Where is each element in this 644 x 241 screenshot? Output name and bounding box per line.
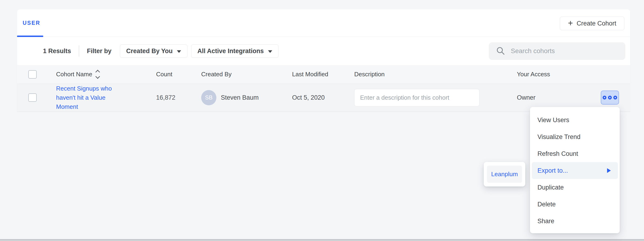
avatar: SB	[201, 90, 216, 105]
column-header-cohort-name[interactable]: Cohort Name	[56, 65, 117, 84]
menu-item-export-to[interactable]: Export to...	[532, 162, 618, 179]
search-box[interactable]	[489, 42, 625, 60]
filter-by-label: Filter by	[87, 48, 112, 55]
integrations-dropdown-label: All Active Integrations	[198, 48, 264, 55]
filter-bar: 1 Results Filter by Created By You All A…	[17, 37, 630, 65]
search-icon	[496, 46, 506, 56]
menu-item-label: View Users	[538, 117, 569, 124]
tab-user-label: USER	[23, 20, 40, 26]
submenu-item-leanplum[interactable]: Leanplum	[487, 166, 522, 183]
cohorts-panel: USER + Create Cohort 1 Results Filter by…	[17, 9, 630, 112]
integrations-dropdown[interactable]: All Active Integrations	[191, 45, 278, 58]
caret-down-icon	[177, 50, 181, 53]
search-input[interactable]	[511, 47, 620, 55]
create-cohort-button[interactable]: + Create Cohort	[560, 17, 624, 30]
column-header-created-by[interactable]: Created By	[201, 65, 232, 84]
menu-item-label: Share	[538, 218, 554, 225]
menu-item-label: Visualize Trend	[538, 133, 580, 141]
arrow-right-icon	[607, 168, 611, 173]
column-header-last-modified[interactable]: Last Modified	[292, 65, 328, 84]
column-label: Description	[354, 71, 384, 78]
table-header: Cohort Name Count Created By Last Modifi…	[17, 65, 630, 84]
menu-item-delete[interactable]: Delete	[532, 196, 618, 213]
row-context-menu: View Users Visualize Trend Refresh Count…	[530, 107, 620, 233]
tab-user[interactable]: USER	[23, 9, 40, 37]
more-actions-button[interactable]	[601, 91, 619, 105]
menu-item-label: Duplicate	[538, 184, 564, 191]
column-label: Last Modified	[292, 71, 328, 78]
cohort-name-link[interactable]: Recent Signups who haven't hit a Value M…	[56, 84, 117, 111]
menu-item-view-users[interactable]: View Users	[532, 112, 618, 128]
menu-item-duplicate[interactable]: Duplicate	[532, 179, 618, 196]
created-by-dropdown-label: Created By You	[126, 48, 173, 55]
tabs-band: USER + Create Cohort	[17, 9, 630, 37]
column-label: Count	[156, 71, 172, 78]
menu-item-label: Delete	[538, 201, 556, 208]
horizontal-scrollbar[interactable]	[0, 239, 644, 241]
results-count: 1 Results	[43, 48, 71, 55]
last-modified-date: Oct 5, 2020	[292, 94, 325, 101]
sort-icon[interactable]	[96, 70, 99, 78]
access-level: Owner	[517, 94, 536, 101]
caret-down-icon	[268, 50, 272, 53]
menu-item-share[interactable]: Share	[532, 213, 618, 229]
more-horizontal-icon	[603, 96, 606, 99]
row-checkbox[interactable]	[28, 93, 37, 102]
divider	[79, 45, 79, 57]
column-header-your-access[interactable]: Your Access	[517, 65, 550, 84]
plus-icon: +	[568, 19, 573, 27]
menu-item-label: Refresh Count	[538, 150, 578, 157]
created-by-name: Steven Baum	[221, 94, 259, 101]
cohort-count: 16,872	[156, 94, 176, 101]
column-header-description[interactable]: Description	[354, 65, 384, 84]
menu-item-visualize-trend[interactable]: Visualize Trend	[532, 128, 618, 145]
create-cohort-label: Create Cohort	[577, 20, 616, 27]
description-input[interactable]	[354, 89, 480, 106]
created-by-dropdown[interactable]: Created By You	[120, 45, 188, 58]
menu-item-refresh-count[interactable]: Refresh Count	[532, 145, 618, 162]
menu-item-label: Export to...	[538, 167, 568, 174]
select-all-checkbox[interactable]	[28, 70, 37, 79]
column-header-count[interactable]: Count	[156, 65, 172, 84]
column-label: Your Access	[517, 71, 550, 78]
submenu-item-label: Leanplum	[491, 171, 518, 178]
export-submenu: Leanplum	[484, 162, 525, 186]
column-label: Created By	[201, 71, 232, 78]
column-label: Cohort Name	[56, 71, 92, 78]
